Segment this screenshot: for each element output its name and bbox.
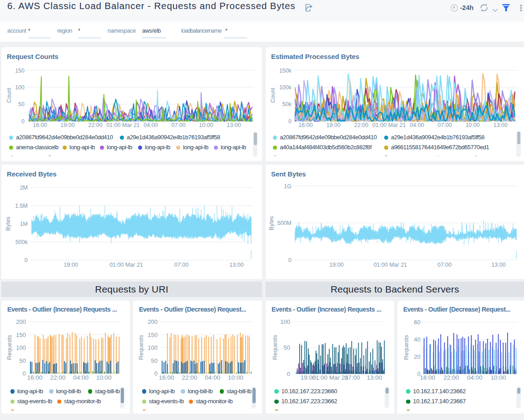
svg-text:150k: 150k — [279, 68, 292, 74]
svg-text:0: 0 — [288, 257, 292, 264]
svg-text:10:00: 10:00 — [228, 374, 243, 381]
svg-text:0: 0 — [25, 257, 28, 264]
svg-text:200: 200 — [148, 318, 158, 325]
svg-text:0: 0 — [154, 370, 158, 377]
svg-text:Requests: Requests — [6, 335, 13, 360]
svg-text:Requests: Requests — [403, 335, 410, 360]
svg-text:0: 0 — [288, 118, 292, 125]
svg-text:19:00: 19:00 — [64, 262, 78, 268]
svg-text:50: 50 — [284, 344, 290, 351]
svg-text:100k: 100k — [279, 84, 292, 91]
svg-text:100: 100 — [148, 344, 158, 351]
svg-text:500k: 500k — [15, 239, 28, 245]
svg-text:19:00: 19:00 — [326, 122, 341, 128]
svg-text:Bytes: Bytes — [268, 216, 275, 230]
svg-text:16:00: 16:00 — [298, 122, 312, 128]
svg-text:10:00: 10:00 — [96, 374, 112, 381]
svg-text:04:00: 04:00 — [410, 122, 424, 128]
svg-text:01:00 Mar 21: 01:00 Mar 21 — [109, 262, 143, 268]
svg-text:01:00 Mar 21: 01:00 Mar 21 — [106, 122, 140, 128]
svg-text:150: 150 — [148, 332, 158, 338]
svg-text:07:00: 07:00 — [174, 262, 188, 268]
svg-text:Bytes: Bytes — [5, 216, 11, 230]
svg-text:13:00: 13:00 — [491, 262, 505, 268]
svg-text:07:00: 07:00 — [438, 122, 452, 128]
svg-text:100: 100 — [16, 344, 26, 351]
svg-text:04:00: 04:00 — [73, 374, 89, 381]
svg-text:22:00: 22:00 — [50, 374, 66, 381]
svg-text:1.5M: 1.5M — [15, 203, 28, 209]
svg-text:20: 20 — [414, 353, 420, 360]
svg-text:07:00: 07:00 — [171, 122, 185, 128]
svg-text:100: 100 — [280, 318, 290, 325]
svg-text:Count: Count — [270, 88, 276, 103]
svg-text:50: 50 — [18, 101, 25, 107]
svg-text:07:00: 07:00 — [437, 262, 451, 268]
svg-text:1G: 1G — [284, 183, 292, 190]
svg-text:13:00: 13:00 — [493, 122, 507, 128]
svg-text:50k: 50k — [282, 101, 292, 107]
svg-text:150: 150 — [15, 68, 25, 74]
svg-text:50: 50 — [151, 357, 158, 364]
svg-text:10:00: 10:00 — [465, 122, 480, 128]
svg-text:40: 40 — [414, 336, 420, 343]
svg-text:Count: Count — [6, 88, 12, 103]
svg-text:Requests: Requests — [272, 335, 278, 360]
svg-text:Requests: Requests — [138, 335, 144, 360]
svg-text:22:00: 22:00 — [354, 122, 368, 128]
svg-text:01:00 Mar 21: 01:00 Mar 21 — [374, 262, 407, 268]
svg-text:13:00: 13:00 — [227, 122, 241, 128]
svg-text:500M: 500M — [277, 220, 292, 226]
svg-text:04:00: 04:00 — [205, 374, 220, 381]
svg-text:150: 150 — [16, 332, 26, 338]
svg-text:19:00: 19:00 — [329, 262, 343, 268]
svg-text:16:00: 16:00 — [27, 374, 43, 381]
svg-text:10:00: 10:00 — [199, 122, 213, 128]
svg-text:22:00: 22:00 — [88, 122, 102, 128]
svg-text:1M: 1M — [20, 221, 28, 227]
svg-text:16:00: 16:00 — [159, 374, 174, 381]
svg-text:100: 100 — [15, 84, 25, 91]
svg-text:60: 60 — [414, 319, 420, 326]
svg-text:2M: 2M — [20, 185, 28, 191]
svg-text:01:00 Mar 21: 01:00 Mar 21 — [372, 122, 406, 128]
svg-text:16:00: 16:00 — [33, 122, 47, 128]
svg-text:0: 0 — [23, 370, 26, 377]
svg-text:19:00: 19:00 — [60, 122, 74, 128]
svg-text:0: 0 — [287, 371, 290, 377]
svg-text:22:00: 22:00 — [182, 374, 198, 381]
svg-text:04:00: 04:00 — [143, 122, 158, 128]
svg-text:13:00: 13:00 — [229, 262, 243, 268]
svg-text:0: 0 — [21, 118, 25, 125]
svg-text:200: 200 — [16, 318, 26, 325]
svg-text:50: 50 — [20, 357, 26, 364]
